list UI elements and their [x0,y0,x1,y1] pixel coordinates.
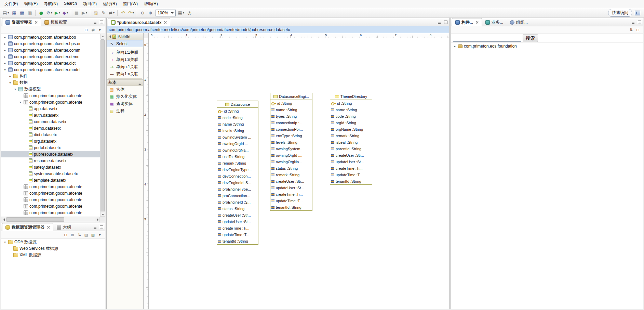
menu-item[interactable]: 运行(R) [100,0,120,8]
entity-field[interactable]: devEngineType... [217,166,258,173]
entity-header[interactable]: ThemeDirectory [330,93,372,100]
twisty-icon[interactable]: ▾ [8,81,12,85]
collapse-all-icon[interactable]: ⊟ [83,27,89,33]
minimize-icon[interactable] [93,225,97,229]
tree-item[interactable]: com.primeton.gocom.afcente [1,92,100,99]
tree-item[interactable]: ▸ com.primeton.gocom.afcenter.boo [1,34,100,40]
close-icon[interactable] [164,21,167,24]
menu-item[interactable]: 导航(N) [41,0,61,8]
note-tool[interactable]: ▤ 注释 [107,107,143,115]
perspective-icon[interactable] [635,11,640,15]
entity-field[interactable]: tenantId :String [270,204,312,210]
entity-field[interactable]: orgName :String [330,126,372,132]
tab-components[interactable]: 构件... [452,18,482,26]
twisty-icon[interactable]: ▾ [3,241,7,244]
tree-item[interactable]: Web Services 数据源 [1,245,105,252]
grid-icon[interactable]: ▦ [177,9,185,17]
menu-item[interactable]: 窗口(W) [120,0,141,8]
entity-field[interactable]: levels :String [270,139,312,145]
tab-pubresource-editor[interactable]: *pubresource.datasetx [108,18,170,26]
assoc-one-to-many-tool[interactable]: → 单向1:n关联 [107,56,143,63]
open-resource-icon[interactable]: ▨ [92,9,99,17]
entity-field[interactable]: devEngineId :S... [217,179,258,186]
assoc-many-to-one-tool[interactable]: → 单向n:1关联 [107,63,143,70]
twisty-icon[interactable]: ▸ [3,49,7,52]
entity-field[interactable]: name :String [270,106,312,113]
entity-field[interactable]: code :String [217,114,258,121]
tree-item[interactable]: ▾ com.primeton.gocom.afcenter.model [1,66,100,73]
tree-item[interactable]: ▸ com.primeton.gocom.afcenter.comm [1,47,100,53]
entity-field[interactable]: owningSystem ... [217,134,258,140]
tree-item[interactable]: ▾ 数据 [1,79,100,86]
collapse-all-icon[interactable]: ⊟ [63,232,69,238]
scroll-up-icon[interactable] [100,34,105,39]
minimize-icon[interactable] [631,20,635,24]
stop-icon[interactable]: ■ [73,9,80,17]
refresh-icon[interactable]: ⇅ [76,232,82,238]
scrollbar-thumb[interactable] [6,217,64,222]
tab-resource-explorer[interactable]: 资源管理器 [2,18,41,26]
tree-item[interactable]: com.primeton.gocom.afcente [1,209,100,216]
view-menu-icon[interactable]: ▾ [97,27,103,33]
horizontal-scrollbar[interactable] [1,217,100,222]
twisty-icon[interactable]: ▾ [13,88,17,91]
entity-field[interactable]: updateTime :T... [270,197,312,204]
scrollbar-thumb[interactable] [100,39,105,211]
export-icon[interactable]: ▥ [90,232,96,238]
save-icon[interactable]: ▦ [10,9,18,17]
zoom-out-icon[interactable]: ⊖ [139,9,146,17]
scroll-down-icon[interactable] [100,211,105,217]
server-icon[interactable]: ● [37,9,45,17]
entity-field[interactable]: proEngineId :S... [217,199,258,205]
tree-item[interactable]: ▸ 构件 [1,73,100,79]
entity-field[interactable]: createTime :Ti... [330,165,372,171]
run-icon[interactable]: ▶ [54,9,61,17]
select-tool[interactable]: ↖ Select [107,40,143,47]
entity-box[interactable]: DatasourceEngi... id :String name :Strin… [270,93,312,211]
debug-icon[interactable]: ◆ [62,9,69,17]
assoc-bidirectional-tool[interactable]: — 双向1:n关联 [107,70,143,78]
entity-field[interactable]: envType :String [270,132,312,139]
entity-field[interactable]: connectionIp :... [270,119,312,126]
entity-field[interactable]: proEngineType... [217,186,258,192]
tree-item[interactable]: common.datasetx [1,118,100,125]
tab-organization[interactable]: 组织... [507,18,531,26]
close-icon[interactable] [47,226,50,229]
zoom-combo[interactable]: 100% [156,10,176,16]
entity-box[interactable]: Datasource id :String code :String name … [217,101,258,245]
menu-item[interactable]: Search [61,0,80,8]
palette-section-basic[interactable]: 基本 [107,79,143,86]
tree-item[interactable]: ▾ com.primeton.gocom.afcente [1,99,100,105]
entity-field[interactable]: id :String [330,100,372,106]
twisty-icon[interactable]: ▸ [8,75,12,78]
entity-field[interactable]: owningOrgNa... [270,158,312,165]
tree-item[interactable]: resource.datasetx [1,157,100,164]
minimize-icon[interactable] [93,20,97,24]
entity-field[interactable]: remark :String [270,171,312,178]
tree-item-pubresource[interactable]: pubresource.datasetx [1,151,100,157]
tree-item[interactable]: portal.datasetx [1,144,100,151]
tab-datasource-explorer[interactable]: 数据源资源管理器 [2,223,53,231]
entity-field[interactable]: updateTime :T... [330,171,372,178]
new-wizard-icon[interactable]: ▤ [2,9,10,17]
twisty-icon[interactable]: ▾ [18,101,22,104]
entity-field[interactable]: name :String [217,121,258,127]
view-menu-icon[interactable]: ▾ [97,232,103,238]
tree-item[interactable]: auth.datasetx [1,112,100,118]
entity-box[interactable]: ThemeDirectory id :String name :String c… [330,93,372,185]
entity-field[interactable]: code :String [330,113,372,119]
twisty-icon[interactable]: ▾ [3,68,7,72]
menu-item[interactable]: 项目(P) [80,0,100,8]
tree-item[interactable]: demo.datasetx [1,125,100,131]
entity-field[interactable]: owningOrgNa... [217,147,258,153]
tree-item[interactable]: com.primeton.gocom.afcente [1,203,100,209]
tree-item[interactable]: org.datasetx [1,138,100,144]
entity-field[interactable]: useTo :String [217,153,258,160]
tab-outline[interactable]: 大纲 [53,223,75,231]
minimize-icon[interactable] [438,20,441,24]
entity-field[interactable]: status :String [270,165,312,171]
tree-item[interactable]: XML 数据源 [1,252,105,258]
tree-item[interactable]: com.primeton.gocom.afcente [1,183,100,190]
link-editor-icon[interactable]: ⇄ [90,27,96,33]
maximize-icon[interactable] [99,20,103,24]
